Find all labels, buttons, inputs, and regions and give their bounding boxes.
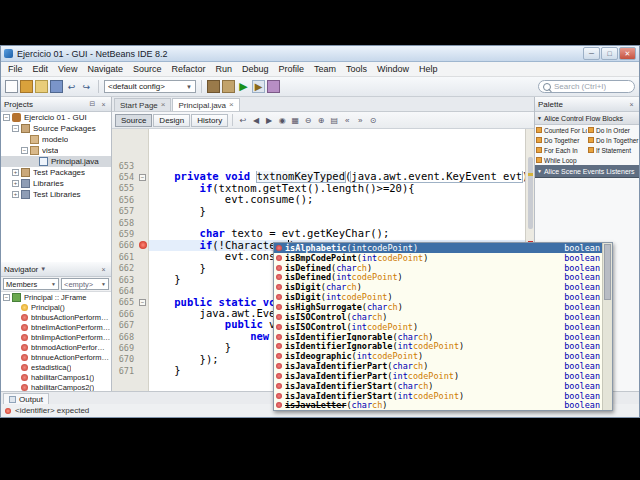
tree-item[interactable]: btnelimActionPerformed( [1,322,111,332]
menu-team[interactable]: Team [309,64,341,74]
undo-icon[interactable]: ↩ [65,80,78,93]
new-project-icon[interactable] [20,80,33,93]
clean-build-icon[interactable] [222,80,235,93]
fold-icon[interactable]: − [136,299,149,306]
completion-item[interactable]: isJavaIdentifierStart(char ch)boolean [274,381,602,391]
tree-item[interactable]: −Principal :: JFrame [1,292,111,302]
close-button[interactable]: ✕ [619,47,636,60]
tree-item[interactable]: btnmodActionPerformed( [1,342,111,352]
palette-section-header[interactable]: ▼Alice Scene Events Listeners [535,165,639,178]
collapse-icon[interactable]: − [12,125,19,132]
projects-panel-header[interactable]: Projects ⊟ × [1,97,111,112]
expand-icon[interactable]: + [12,169,19,176]
collapse-icon[interactable]: − [21,147,28,154]
line-number[interactable]: 662 [112,263,136,273]
palette-section-header[interactable]: ▼Alice Control Flow Blocks [535,112,639,125]
completion-item[interactable]: isJavaIdentifierPart(int codePoint)boole… [274,371,602,381]
menu-profile[interactable]: Profile [274,64,310,74]
menu-source[interactable]: Source [128,64,167,74]
scrollbar-thumb[interactable] [604,244,611,300]
editor-tab[interactable]: Principal.java× [172,98,239,111]
titlebar[interactable]: Ejercicio 01 - GUI - NetBeans IDE 8.2 ─ … [1,46,639,62]
collapse-icon[interactable]: − [3,294,10,301]
completion-item[interactable]: isDigit(char ch)boolean [274,282,602,292]
menu-window[interactable]: Window [372,64,414,74]
palette-item[interactable]: Do In Order [587,125,639,135]
line-number[interactable]: 668 [112,332,136,342]
expand-icon[interactable]: + [12,191,19,198]
code-line[interactable]: 657 } [112,206,526,217]
completion-item[interactable]: isDigit(int codePoint)boolean [274,292,602,302]
line-number[interactable]: 658 [112,218,136,228]
tree-item[interactable]: −Ejercicio 01 - GUI [1,112,111,123]
menu-edit[interactable]: Edit [28,64,54,74]
line-number[interactable]: 657 [112,206,136,216]
code-line[interactable]: 653 [112,160,526,171]
code-line[interactable]: 655 if(txtnom.getText().length()>=20){ [112,183,526,194]
close-panel-icon[interactable]: × [99,101,108,108]
palette-item[interactable]: Do Together [535,135,587,145]
tree-item[interactable]: +Libraries [1,178,111,189]
completion-item[interactable]: isDefined(char ch)boolean [274,263,602,273]
last-edit-icon[interactable]: ↩ [237,114,249,126]
macro-icon[interactable]: ⊙ [367,114,379,126]
line-number[interactable]: 666 [112,309,136,319]
menu-help[interactable]: Help [414,64,443,74]
completion-item[interactable]: isIdentifierIgnorable(char ch)boolean [274,332,602,342]
output-panel-tab[interactable]: Output [3,393,49,404]
minimize-button[interactable]: ─ [583,47,600,60]
tree-item[interactable]: btnnueActionPerformed( [1,352,111,362]
palette-item[interactable]: If Statement [587,145,639,155]
close-tab-icon[interactable]: × [161,101,166,109]
line-number[interactable]: 661 [112,252,136,262]
maximize-button[interactable]: □ [601,47,618,60]
filter-select[interactable]: <empty> ▼ [61,278,109,290]
line-number[interactable]: 653 [112,161,136,171]
code-line[interactable]: 659 char texto = evt.getKeyChar(); [112,228,526,239]
run-config-select[interactable]: <default config> ▼ [104,80,196,93]
highlight-occurrences-icon[interactable]: ▦ [289,114,301,126]
debug-icon[interactable]: ▶ [252,80,265,93]
palette-item[interactable]: For Each In [535,145,587,155]
completion-item[interactable]: isHighSurrogate(char ch)boolean [274,302,602,312]
warning-mark[interactable] [528,173,533,176]
line-number[interactable]: 667 [112,320,136,330]
menu-view[interactable]: View [53,64,82,74]
tree-item[interactable]: −vista [1,145,111,156]
run-icon[interactable]: ▶ [237,80,250,93]
scrollbar-thumb[interactable] [528,157,533,229]
fold-icon[interactable]: − [136,174,149,181]
close-panel-icon[interactable]: × [99,266,108,273]
menu-run[interactable]: Run [210,64,237,74]
view-history-button[interactable]: History [191,114,228,127]
forward-icon[interactable]: ▶ [263,114,275,126]
open-project-icon[interactable] [35,80,48,93]
back-icon[interactable]: ◀ [250,114,262,126]
palette-item[interactable]: Counted For Loop [535,125,587,135]
tree-item[interactable]: +Test Libraries [1,189,111,200]
menu-file[interactable]: File [3,64,28,74]
tree-item[interactable]: btnbusActionPerformed(A [1,312,111,322]
completion-item[interactable]: isJavaLetter(char ch)boolean [274,401,602,411]
error-badge-icon[interactable] [136,241,149,249]
completion-item[interactable]: isIdentifierIgnorable(int codePoint)bool… [274,341,602,351]
tree-item[interactable]: −Source Packages [1,123,111,134]
navigator-panel-header[interactable]: Navigator ▼ × [1,262,111,277]
code-line[interactable]: 654− private void txtnomKeyTyped(java.aw… [112,171,526,182]
new-file-icon[interactable] [5,80,18,93]
close-panel-icon[interactable]: × [627,101,636,108]
menu-debug[interactable]: Debug [237,64,274,74]
line-number[interactable]: 671 [112,366,136,376]
menu-navigate[interactable]: Navigate [82,64,128,74]
line-number[interactable]: 663 [112,275,136,285]
completion-item[interactable]: isJavaIdentifierStart(int codePoint)bool… [274,391,602,401]
menu-refactor[interactable]: Refactor [166,64,210,74]
completion-item[interactable]: isJavaIdentifierPart(char ch)boolean [274,361,602,371]
palette-item[interactable]: While Loop [535,155,587,165]
view-source-button[interactable]: Source [115,114,152,127]
line-number[interactable]: 654 [112,172,136,182]
build-icon[interactable] [207,80,220,93]
palette-item[interactable]: Do In Together [587,135,639,145]
shift-right-icon[interactable]: » [354,114,366,126]
expand-icon[interactable]: + [12,180,19,187]
